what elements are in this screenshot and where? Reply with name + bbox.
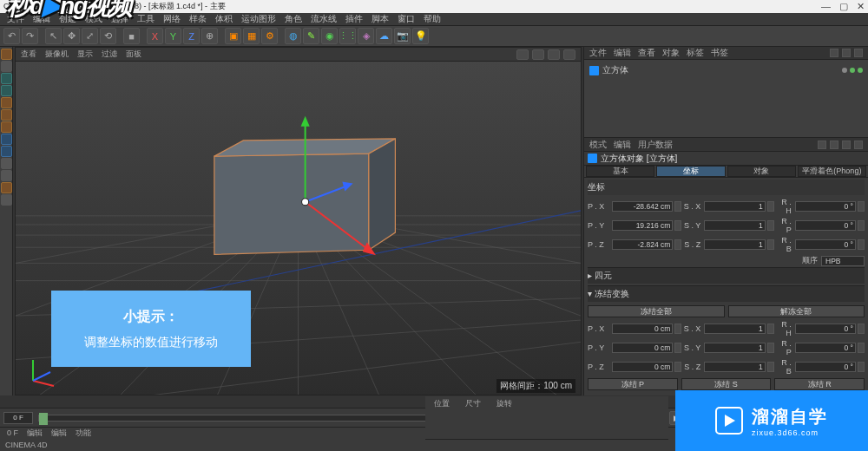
vp-layout-icon[interactable] xyxy=(563,49,575,60)
om-search-icon[interactable] xyxy=(830,49,838,57)
subtab-coord[interactable]: 坐标 xyxy=(656,166,725,177)
om-tab-file[interactable]: 文件 xyxy=(589,47,607,59)
menu-volume[interactable]: 体积 xyxy=(215,13,233,25)
tl-playhead[interactable] xyxy=(39,413,48,425)
polygon-mode[interactable] xyxy=(1,121,12,133)
sy-spinner[interactable] xyxy=(767,220,774,231)
object-item-cube[interactable]: 立方体 xyxy=(589,63,863,77)
environment[interactable]: ☁ xyxy=(376,28,392,44)
freeze-r-button[interactable]: 冻结 R xyxy=(774,378,865,390)
fsz-spinner[interactable] xyxy=(767,362,774,372)
subtab-object[interactable]: 对象 xyxy=(727,166,796,177)
maximize-button[interactable]: ▢ xyxy=(839,1,848,12)
axis-y-lock[interactable]: Y xyxy=(165,28,181,44)
subtab-basic[interactable]: 基本 xyxy=(586,166,654,177)
fpy-field[interactable]: 0 cm xyxy=(612,343,673,353)
attr-back-icon[interactable] xyxy=(818,141,826,149)
point-mode[interactable] xyxy=(1,97,12,108)
mat-tab-3[interactable]: 编辑 xyxy=(51,428,67,439)
menu-spline[interactable]: 样条 xyxy=(189,13,207,25)
om-tab-object[interactable]: 对象 xyxy=(662,47,680,59)
vp-zoom-icon[interactable] xyxy=(532,49,544,60)
select-tool[interactable]: ↖ xyxy=(45,28,62,44)
frh-spinner[interactable] xyxy=(858,324,865,334)
attr-tab-userdata[interactable]: 用户数据 xyxy=(638,139,673,151)
axis-mode[interactable] xyxy=(1,134,12,145)
obj-axis-mode[interactable] xyxy=(1,146,12,157)
vp-menu-panel[interactable]: 面板 xyxy=(126,49,141,60)
minimize-button[interactable]: — xyxy=(821,1,831,12)
mat-tab-4[interactable]: 功能 xyxy=(76,428,91,439)
fsx-field[interactable]: 1 xyxy=(704,324,765,334)
vp-pan-icon[interactable] xyxy=(516,49,529,60)
light[interactable]: 💡 xyxy=(412,28,429,44)
close-button[interactable]: ✕ xyxy=(857,1,865,12)
om-tab-bookmark[interactable]: 书签 xyxy=(711,47,728,59)
vp-menu-view[interactable]: 查看 xyxy=(21,49,36,60)
menu-character[interactable]: 角色 xyxy=(285,13,302,25)
px-spinner[interactable] xyxy=(674,201,681,212)
vp-menu-camera[interactable]: 摄像机 xyxy=(45,49,69,60)
quat-header[interactable]: ▸ 四元 xyxy=(588,267,865,284)
render-settings[interactable]: ⚙ xyxy=(261,28,278,44)
attr-fwd-icon[interactable] xyxy=(830,141,838,149)
py-field[interactable]: 19.216 cm xyxy=(612,220,673,231)
fsz-field[interactable]: 1 xyxy=(704,362,765,372)
rp-spinner[interactable] xyxy=(858,220,865,231)
vp-menu-display[interactable]: 显示 xyxy=(77,49,93,60)
array[interactable]: ⋮⋮ xyxy=(339,28,356,44)
om-filter-icon[interactable] xyxy=(842,49,851,57)
move-tool[interactable]: ✥ xyxy=(63,28,80,44)
render-pv[interactable]: ▦ xyxy=(243,28,260,44)
rh-spinner[interactable] xyxy=(858,201,865,212)
visible-editor-dot[interactable] xyxy=(850,68,855,73)
fsy-spinner[interactable] xyxy=(767,343,774,353)
spline-pen[interactable]: ✎ xyxy=(303,28,319,44)
fpx-spinner[interactable] xyxy=(674,324,681,334)
om-tab-edit[interactable]: 编辑 xyxy=(614,47,631,59)
axis-x-lock[interactable]: X xyxy=(147,28,163,44)
frb-spinner[interactable] xyxy=(858,362,865,372)
tl-start[interactable]: 0 F xyxy=(3,412,33,424)
menu-window[interactable]: 窗口 xyxy=(398,13,415,25)
attr-opts-icon[interactable] xyxy=(854,141,863,149)
layer-dot[interactable] xyxy=(842,68,847,73)
fsx-spinner[interactable] xyxy=(767,324,774,334)
attr-tab-edit[interactable]: 编辑 xyxy=(614,139,631,151)
menu-tools[interactable]: 工具 xyxy=(137,13,155,25)
menu-pipeline[interactable]: 流水线 xyxy=(311,13,337,25)
recent-tool[interactable]: ■ xyxy=(123,28,140,44)
rh-field[interactable]: 0 ° xyxy=(795,201,856,212)
pz-field[interactable]: -2.824 cm xyxy=(612,239,673,250)
rb-field[interactable]: 0 ° xyxy=(795,239,856,250)
coord-sys[interactable]: ⊕ xyxy=(201,28,218,44)
snap-toggle[interactable] xyxy=(1,158,12,169)
unfreeze-all-button[interactable]: 解冻全部 xyxy=(728,305,865,317)
menu-script[interactable]: 脚本 xyxy=(372,13,389,25)
redo-button[interactable]: ↷ xyxy=(22,28,38,44)
visible-render-dot[interactable] xyxy=(858,68,863,73)
frb-field[interactable]: 0 ° xyxy=(795,362,856,372)
tweaking-mode[interactable] xyxy=(1,182,12,193)
model-mode[interactable] xyxy=(1,61,12,72)
vp-menu-filter[interactable]: 过滤 xyxy=(102,49,117,60)
texture-mode[interactable] xyxy=(1,73,12,84)
make-editable[interactable] xyxy=(1,49,12,60)
om-tab-view[interactable]: 查看 xyxy=(638,47,655,59)
om-opts-icon[interactable] xyxy=(854,49,863,57)
workplane-mode[interactable] xyxy=(1,85,12,96)
subtab-phong[interactable]: 平滑着色(Phong) xyxy=(798,166,866,177)
object-list[interactable]: 立方体 xyxy=(584,60,868,137)
vp-orbit-icon[interactable] xyxy=(548,49,560,60)
deformer[interactable]: ◈ xyxy=(358,28,374,44)
scale-tool[interactable]: ⤢ xyxy=(82,28,98,44)
sx-spinner[interactable] xyxy=(767,201,774,212)
frh-field[interactable]: 0 ° xyxy=(795,324,856,334)
misc-tool[interactable] xyxy=(1,194,12,206)
menu-mograph[interactable]: 运动图形 xyxy=(241,13,276,25)
freeze-p-button[interactable]: 冻结 P xyxy=(588,378,678,390)
rp-field[interactable]: 0 ° xyxy=(795,220,856,231)
locked-toggle[interactable] xyxy=(1,170,12,181)
freeze-header[interactable]: ▾ 冻结变换 xyxy=(588,285,865,302)
sy-field[interactable]: 1 xyxy=(704,220,765,231)
